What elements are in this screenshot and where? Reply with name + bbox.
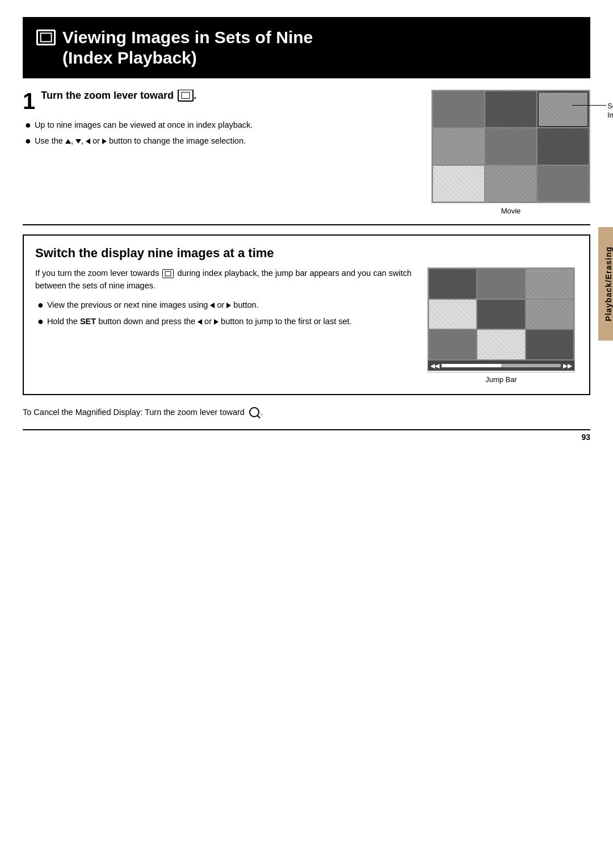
grid-cell [526, 269, 573, 299]
grid-cell [477, 300, 524, 329]
arrow-right-icon [226, 303, 231, 308]
bullet-text: View the previous or next nine images us… [47, 299, 259, 311]
grid-cell [429, 330, 476, 359]
bullet-text: Use the , , or button to change the imag… [35, 135, 246, 146]
jump-bar-fill [442, 364, 501, 367]
step-number: 1 [23, 90, 35, 112]
search-icon [249, 407, 261, 418]
grid-cell [477, 269, 524, 299]
page-rule [23, 429, 590, 430]
arrow-left-icon [86, 139, 90, 144]
sidebar-tab-label: Playback/Erasing [604, 246, 613, 321]
jump-bar-right-arrow: ▶▶ [563, 362, 572, 370]
bullet-dot: ● [37, 316, 44, 326]
grid-cell [429, 269, 476, 299]
grid-cell [433, 166, 484, 202]
bottom-text: To Cancel the Magnified Display: Turn th… [23, 406, 590, 419]
grid-cell [538, 128, 589, 164]
arrow-up-icon [65, 139, 71, 144]
bullet-dot: ● [25, 120, 31, 130]
grid-cell-selected [538, 91, 589, 127]
grid-cell [526, 330, 573, 359]
grid-cell [485, 91, 536, 127]
page-container: Viewing Images in Sets of Nine (Index Pl… [23, 0, 590, 453]
section2-title: Switch the display nine images at a time [35, 246, 578, 261]
movie-label: Movie [431, 207, 590, 215]
section1: 1 Turn the zoom lever toward . ● Up to n… [23, 78, 590, 225]
grid-cell [485, 128, 536, 164]
grid-inner [432, 90, 590, 203]
jump-bar-left-arrow: ◀◀ [430, 362, 439, 370]
section1-left: 1 Turn the zoom lever toward . ● Up to n… [23, 90, 295, 215]
page-number: 93 [581, 433, 590, 442]
sidebar-tab: Playback/Erasing [598, 227, 613, 341]
list-item: ● Hold the SET button down and press the… [37, 316, 413, 328]
section1-right: SelectedImage Movie [295, 90, 590, 215]
image-area: SelectedImage Movie [431, 90, 590, 215]
inline-index-icon [162, 269, 174, 278]
bullet-list: ● Up to nine images can be viewed at onc… [23, 119, 284, 147]
bullet-dot: ● [37, 300, 44, 310]
jump-bar: ◀◀ ▶▶ [428, 360, 574, 371]
arrow-right-icon [214, 319, 219, 325]
bullet-text: Up to nine images can be viewed at once … [35, 119, 253, 131]
index-playback-header-icon [36, 30, 56, 45]
arrow-left-icon [210, 303, 215, 308]
bullet-list2: ● View the previous or next nine images … [35, 299, 413, 328]
section2-content: If you turn the zoom lever towards durin… [35, 267, 578, 384]
grid-cell [429, 300, 476, 329]
arrow-left-icon [198, 319, 202, 325]
grid-cell [433, 91, 484, 127]
grid-cell [526, 300, 573, 329]
step-title-block: 1 Turn the zoom lever toward . [23, 90, 284, 112]
arrow-down-icon [75, 139, 81, 144]
list-item: ● Up to nine images can be viewed at onc… [25, 119, 284, 131]
jump-bar-label: Jump Bar [485, 375, 517, 384]
grid-cell [477, 330, 524, 359]
index-image-grid: SelectedImage [431, 90, 590, 203]
index-icon [178, 90, 194, 102]
header-box: Viewing Images in Sets of Nine (Index Pl… [23, 17, 590, 78]
bullet-text: Hold the SET button down and press the o… [47, 316, 352, 328]
arrow-right-icon [102, 139, 107, 144]
header-text: Viewing Images in Sets of Nine (Index Pl… [62, 27, 313, 68]
section2-left: If you turn the zoom lever towards durin… [35, 267, 413, 384]
selected-label: SelectedImage [607, 102, 613, 120]
step-title: Turn the zoom lever toward . [41, 90, 196, 101]
section2: Switch the display nine images at a time… [23, 234, 590, 395]
grid-cell [433, 128, 484, 164]
grid-cell [538, 166, 589, 202]
jump-bar-progress [442, 364, 561, 367]
grid-inner2 [428, 268, 574, 360]
list-item: ● View the previous or next nine images … [37, 299, 413, 311]
intro-text: If you turn the zoom lever towards durin… [35, 267, 413, 292]
grid-cell [485, 166, 536, 202]
bullet-dot: ● [25, 136, 31, 146]
set-label: SET [80, 317, 96, 326]
index-image-grid2: ◀◀ ▶▶ [427, 267, 575, 372]
section2-right: ◀◀ ▶▶ Jump Bar [425, 267, 578, 384]
list-item: ● Use the , , or button to change the im… [25, 135, 284, 146]
header-title: Viewing Images in Sets of Nine (Index Pl… [36, 27, 577, 68]
